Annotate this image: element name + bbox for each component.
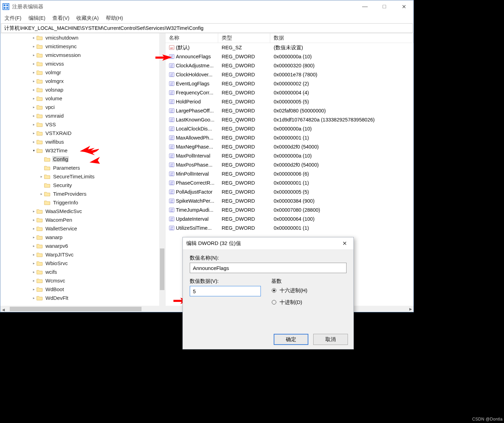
value-row[interactable]: 110011TimeJumpAudi...REG_DWORD0x00007080…: [165, 205, 413, 214]
tree-item[interactable]: ▸WdDevFlt: [0, 294, 165, 302]
chevron-icon[interactable]: ▸: [31, 287, 36, 291]
address-bar[interactable]: 计算机\HKEY_LOCAL_MACHINE\SYSTEM\CurrentCon…: [1, 23, 413, 33]
tree-item[interactable]: ▾W32Time: [0, 146, 165, 155]
dialog-close-button[interactable]: ✕: [339, 240, 350, 247]
menu-help[interactable]: 帮助(H): [106, 15, 123, 22]
tree-item[interactable]: ▸TimeProviders: [0, 189, 165, 198]
dialog-titlebar[interactable]: 编辑 DWORD (32 位)值 ✕: [183, 237, 353, 250]
value-row[interactable]: 110011SpikeWatchPer...REG_DWORD0x0000038…: [165, 196, 413, 205]
tree-item[interactable]: ▸Wcmsvc: [0, 276, 165, 285]
chevron-icon[interactable]: ▸: [31, 122, 36, 126]
value-row[interactable]: 110011MinPollIntervalREG_DWORD0x00000006…: [165, 169, 413, 178]
chevron-icon[interactable]: ▸: [31, 270, 36, 274]
tree-item[interactable]: ▸vmicvmsession: [0, 51, 165, 59]
tree-item[interactable]: ▸volmgrx: [0, 77, 165, 85]
value-row[interactable]: 110011PhaseCorrectR...REG_DWORD0x0000000…: [165, 178, 413, 187]
value-row[interactable]: 110011MaxAllowedPh...REG_DWORD0x00000001…: [165, 133, 413, 142]
close-button[interactable]: ✕: [394, 0, 413, 13]
tree-item[interactable]: ▸VSTXRAID: [0, 129, 165, 137]
tree-item[interactable]: Parameters: [0, 163, 165, 172]
tree-item[interactable]: ▸vmicvss: [0, 59, 165, 68]
col-header-name[interactable]: 名称: [165, 33, 218, 43]
tree-item[interactable]: ▸SecureTimeLimits: [0, 172, 165, 181]
tree-item[interactable]: ▸vmicshutdown: [0, 33, 165, 42]
tree-item[interactable]: ▸VSS: [0, 120, 165, 129]
value-row[interactable]: 110011ClockAdjustme...REG_DWORD0x0000032…: [165, 61, 413, 70]
tree-scrollbar-v[interactable]: [159, 33, 165, 306]
chevron-icon[interactable]: ▸: [31, 36, 36, 40]
tree-item[interactable]: Config: [0, 155, 165, 163]
tree-item[interactable]: ▸wcifs: [0, 268, 165, 276]
chevron-icon[interactable]: ▸: [39, 192, 44, 196]
tree-item[interactable]: ▸wanarp: [0, 233, 165, 242]
tree-item[interactable]: ▸vwifibus: [0, 137, 165, 146]
menu-fav[interactable]: 收藏夹(A): [76, 15, 99, 22]
tree-item[interactable]: ▸wanarpv6: [0, 242, 165, 250]
ok-button[interactable]: 确定: [274, 334, 308, 345]
tree-item[interactable]: ▸WbioSrvc: [0, 259, 165, 268]
maximize-button[interactable]: □: [375, 0, 394, 13]
value-row[interactable]: 110011LocalClockDis...REG_DWORD0x0000000…: [165, 124, 413, 133]
chevron-icon[interactable]: ▸: [31, 70, 36, 74]
chevron-icon[interactable]: ▾: [31, 149, 36, 152]
tree-item[interactable]: ▸WdBoot: [0, 285, 165, 294]
list-header[interactable]: 名称 类型 数据: [165, 33, 413, 43]
value-row[interactable]: 110011EventLogFlagsREG_DWORD0x00000002 (…: [165, 79, 413, 88]
value-row[interactable]: 110011LastKnownGoo...REG_QWORD0x1d9df107…: [165, 115, 413, 124]
chevron-icon[interactable]: ▸: [31, 131, 36, 135]
col-header-data[interactable]: 数据: [270, 33, 413, 43]
cancel-button[interactable]: 取消: [313, 334, 348, 345]
chevron-icon[interactable]: ▸: [31, 244, 36, 248]
value-row[interactable]: 110011ClockHoldover...REG_DWORD0x00001e7…: [165, 70, 413, 79]
chevron-icon[interactable]: ▸: [31, 105, 36, 109]
tree-item[interactable]: ▸vsmraid: [0, 111, 165, 120]
chevron-icon[interactable]: ▸: [31, 96, 36, 100]
chevron-icon[interactable]: ▸: [31, 88, 36, 92]
radio-dec[interactable]: 十进制(D): [271, 296, 347, 308]
menu-edit[interactable]: 编辑(E): [28, 15, 45, 22]
value-row[interactable]: 110011PollAdjustFactorREG_DWORD0x0000000…: [165, 187, 413, 196]
tree-item[interactable]: ▸volsnap: [0, 85, 165, 94]
value-data-input[interactable]: [190, 286, 261, 296]
tree-item[interactable]: ▸volume: [0, 94, 165, 103]
chevron-icon[interactable]: ▸: [31, 140, 36, 144]
value-row[interactable]: 110011LargePhaseOff...REG_DWORD0x02faf08…: [165, 106, 413, 115]
chevron-icon[interactable]: ▸: [31, 261, 36, 265]
tree-item[interactable]: ▸vpci: [0, 103, 165, 111]
chevron-icon[interactable]: ▸: [31, 227, 36, 230]
value-row[interactable]: 110011UpdateIntervalREG_DWORD0x00000064 …: [165, 214, 413, 223]
menu-file[interactable]: 文件(F): [5, 15, 22, 22]
tree-item[interactable]: Security: [0, 181, 165, 189]
chevron-icon[interactable]: ▸: [31, 44, 36, 48]
tree-item[interactable]: ▸WarpJITSvc: [0, 250, 165, 259]
tree-item[interactable]: ▸WalletService: [0, 224, 165, 233]
chevron-icon[interactable]: ▸: [31, 209, 36, 213]
value-row[interactable]: 110011MaxPollIntervalREG_DWORD0x0000000a…: [165, 151, 413, 160]
minimize-button[interactable]: —: [355, 0, 375, 13]
value-row[interactable]: 110011MaxNegPhase...REG_DWORD0x0000d2f0 …: [165, 142, 413, 151]
chevron-icon[interactable]: ▸: [31, 53, 36, 57]
chevron-icon[interactable]: ▸: [31, 235, 36, 239]
tree-item[interactable]: ▸vmictimesync: [0, 42, 165, 51]
value-row[interactable]: 110011AnnounceFlagsREG_DWORD0x0000000a (…: [165, 52, 413, 61]
value-row[interactable]: 110011MaxPosPhase...REG_DWORD0x0000d2f0 …: [165, 160, 413, 169]
radio-hex[interactable]: 十六进制(H): [271, 285, 347, 296]
chevron-icon[interactable]: ▸: [31, 253, 36, 256]
value-row[interactable]: 110011HoldPeriodREG_DWORD0x00000005 (5): [165, 97, 413, 106]
value-row[interactable]: 110011FrequencyCorr...REG_DWORD0x0000000…: [165, 88, 413, 97]
value-name-input[interactable]: [190, 263, 347, 273]
titlebar[interactable]: 注册表编辑器 — □ ✕: [0, 0, 413, 13]
value-row[interactable]: 110011UtilizeSslTime...REG_DWORD0x000000…: [165, 223, 413, 232]
menu-view[interactable]: 查看(V): [52, 15, 69, 22]
chevron-icon[interactable]: ▸: [39, 175, 44, 178]
chevron-icon[interactable]: ▸: [31, 296, 36, 300]
tree-item[interactable]: TriggerInfo: [0, 198, 165, 207]
chevron-icon[interactable]: ▸: [31, 79, 36, 83]
chevron-icon[interactable]: ▸: [31, 279, 36, 282]
tree-item[interactable]: ▸WaaSMedicSvc: [0, 207, 165, 215]
col-header-type[interactable]: 类型: [218, 33, 270, 43]
chevron-icon[interactable]: ▸: [31, 218, 36, 222]
tree-item[interactable]: ▸WacomPen: [0, 215, 165, 224]
tree-item[interactable]: ▸volmgr: [0, 68, 165, 77]
value-row[interactable]: ab(默认)REG_SZ(数值未设置): [165, 43, 413, 52]
